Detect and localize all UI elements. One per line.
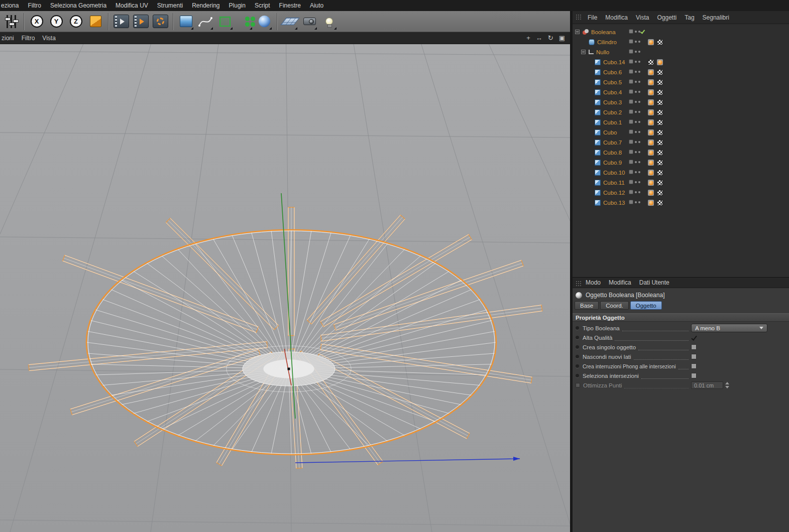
- visibility-toggles[interactable]: [629, 49, 640, 54]
- menubar-item[interactable]: Filtro: [28, 2, 41, 9]
- grip-icon[interactable]: [576, 281, 582, 287]
- phong-tag-icon[interactable]: [648, 69, 654, 75]
- grip-icon[interactable]: [576, 14, 582, 20]
- metaball-button[interactable]: [255, 12, 273, 31]
- am-menu-item[interactable]: Dati Utente: [639, 279, 669, 286]
- collapse-expander-icon[interactable]: [581, 50, 586, 54]
- phong-tag-icon[interactable]: [648, 200, 654, 206]
- phong-tag-icon[interactable]: [648, 150, 654, 156]
- tree-row-cubo13[interactable]: Cubo.13: [573, 198, 789, 208]
- phong-tag-icon[interactable]: [648, 99, 654, 105]
- menubar-item[interactable]: Plugin: [229, 2, 246, 9]
- tree-row-cubo14[interactable]: Cubo.14: [573, 57, 789, 67]
- menubar-item[interactable]: Modifica UV: [116, 2, 148, 9]
- om-menu-item[interactable]: Modifica: [605, 14, 628, 21]
- tree-row-booleana[interactable]: Booleana: [573, 27, 789, 37]
- tree-row-cubo1[interactable]: Cubo.1: [573, 117, 789, 127]
- texture-tag-icon[interactable]: [657, 140, 663, 146]
- texture-tag-icon[interactable]: [657, 119, 663, 125]
- phong-tag-icon[interactable]: [657, 59, 663, 65]
- om-menu-item[interactable]: Tag: [685, 14, 694, 21]
- anim-dot-icon[interactable]: [576, 355, 579, 358]
- environment-floor-button[interactable]: [281, 12, 299, 31]
- x-axis-lock-button[interactable]: X: [28, 12, 46, 31]
- tree-row-cubo9[interactable]: Cubo.9: [573, 158, 789, 168]
- tree-row-cubo8[interactable]: Cubo.8: [573, 148, 789, 158]
- tree-row-cubo5[interactable]: Cubo.5: [573, 77, 789, 87]
- texture-tag-icon[interactable]: [657, 99, 663, 105]
- visibility-toggles[interactable]: [629, 150, 640, 154]
- anim-dot-icon[interactable]: [576, 336, 579, 339]
- visibility-toggles[interactable]: [629, 129, 640, 134]
- toggle-view-icon[interactable]: ▣: [559, 35, 565, 41]
- checkbox[interactable]: [691, 344, 697, 350]
- enable-checkbox[interactable]: [576, 383, 580, 387]
- stepper-arrows-icon[interactable]: [725, 382, 729, 388]
- texture-tag-icon[interactable]: [648, 59, 654, 65]
- texture-tag-icon[interactable]: [657, 89, 663, 95]
- tree-row-cilindro[interactable]: Cilindro: [573, 37, 789, 47]
- phong-tag-icon[interactable]: [648, 119, 654, 125]
- tab-base[interactable]: Base: [575, 301, 599, 310]
- am-menu-item[interactable]: Modo: [586, 279, 601, 286]
- render-settings-button[interactable]: [151, 12, 169, 31]
- checked-checkbox-icon[interactable]: [691, 334, 697, 340]
- menubar-item[interactable]: Script: [255, 2, 270, 9]
- light-button[interactable]: [320, 12, 338, 31]
- sliders-tool-button[interactable]: [2, 12, 20, 31]
- tab-coord[interactable]: Coord.: [600, 301, 629, 310]
- z-axis-lock-button[interactable]: Z: [67, 12, 85, 31]
- phong-tag-icon[interactable]: [648, 39, 654, 45]
- visibility-toggles[interactable]: [629, 59, 640, 64]
- tree-row-cubo4[interactable]: Cubo.4: [573, 87, 789, 97]
- checkbox[interactable]: [691, 373, 697, 378]
- y-axis-lock-button[interactable]: Y: [47, 12, 65, 31]
- add-primitive-button[interactable]: [177, 12, 195, 31]
- visibility-toggles[interactable]: [629, 109, 640, 114]
- menubar-item[interactable]: Strumenti: [157, 2, 183, 9]
- visibility-toggles[interactable]: [629, 180, 640, 184]
- checkbox[interactable]: [691, 354, 697, 359]
- rotate-view-icon[interactable]: ↻: [548, 35, 553, 41]
- visibility-toggles[interactable]: [629, 89, 640, 94]
- viewport-menu-item[interactable]: Vista: [42, 35, 55, 42]
- menubar-item[interactable]: eziona: [1, 2, 19, 9]
- phong-tag-icon[interactable]: [648, 180, 654, 186]
- texture-tag-icon[interactable]: [657, 160, 663, 166]
- texture-tag-icon[interactable]: [657, 200, 663, 206]
- tree-row-cubo11[interactable]: Cubo.11: [573, 178, 789, 188]
- tree-row-cubo10[interactable]: Cubo.10: [573, 168, 789, 178]
- zoom-view-icon[interactable]: ↔: [536, 35, 542, 41]
- pan-view-icon[interactable]: +: [526, 35, 530, 41]
- menubar-item[interactable]: Finestre: [279, 2, 301, 9]
- visibility-toggles[interactable]: [629, 99, 640, 104]
- phong-tag-icon[interactable]: [648, 89, 654, 95]
- om-menu-item[interactable]: File: [588, 14, 597, 21]
- texture-tag-icon[interactable]: [657, 180, 663, 186]
- texture-tag-icon[interactable]: [657, 129, 663, 136]
- om-menu-item[interactable]: Oggetti: [657, 14, 677, 21]
- phong-tag-icon[interactable]: [648, 190, 654, 196]
- tree-row-cubo12[interactable]: Cubo.12: [573, 188, 789, 198]
- menubar-item[interactable]: Aiuto: [310, 2, 323, 9]
- render-view-button[interactable]: [112, 12, 130, 31]
- texture-tag-icon[interactable]: [657, 69, 663, 75]
- om-menu-item[interactable]: Segnalibri: [703, 14, 729, 21]
- camera-button[interactable]: [300, 12, 318, 31]
- viewport-menu-item[interactable]: Filtro: [22, 35, 35, 42]
- boolean-type-dropdown[interactable]: A meno B: [691, 324, 767, 332]
- visibility-toggles[interactable]: [629, 190, 640, 194]
- visibility-toggles[interactable]: [629, 79, 640, 84]
- viewport-3d[interactable]: [0, 44, 570, 532]
- enabled-check-icon[interactable]: [640, 29, 645, 34]
- visibility-toggles[interactable]: [629, 39, 640, 44]
- phong-tag-icon[interactable]: [648, 129, 654, 136]
- menubar-item[interactable]: Rendering: [192, 2, 219, 9]
- anim-dot-icon[interactable]: [576, 345, 579, 349]
- tree-row-cubo2[interactable]: Cubo.2: [573, 107, 789, 117]
- tree-row-cubo7[interactable]: Cubo.7: [573, 138, 789, 148]
- texture-tag-icon[interactable]: [657, 39, 663, 45]
- visibility-toggles[interactable]: [629, 119, 640, 124]
- tree-row-cubo[interactable]: Cubo: [573, 127, 789, 138]
- checkbox[interactable]: [691, 363, 697, 369]
